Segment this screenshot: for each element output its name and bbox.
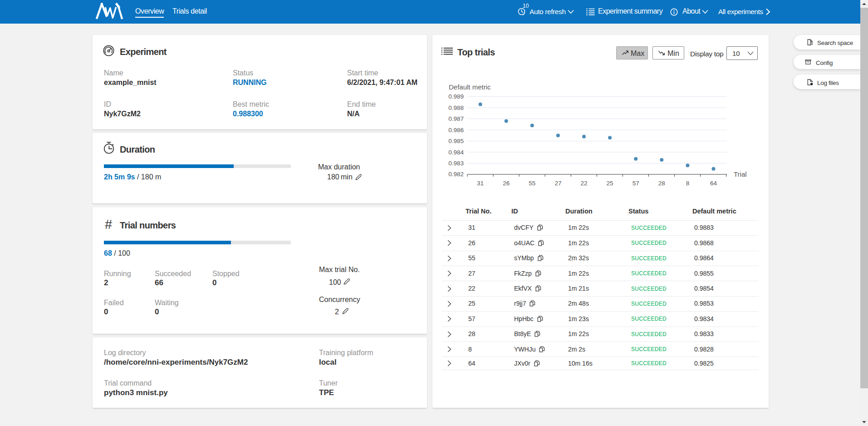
svg-text:28: 28 — [658, 180, 665, 187]
svg-text:0.989: 0.989 — [448, 93, 464, 100]
svg-text:31: 31 — [477, 180, 484, 187]
svg-text:8: 8 — [686, 180, 690, 187]
svg-text:0.985: 0.985 — [448, 138, 464, 144]
svg-text:0.988: 0.988 — [448, 104, 464, 111]
svg-text:0.982: 0.982 — [448, 171, 464, 178]
svg-text:Trial: Trial — [734, 170, 747, 178]
svg-text:55: 55 — [529, 180, 535, 187]
svg-text:0.983: 0.983 — [448, 160, 464, 167]
svg-text:27: 27 — [554, 180, 561, 187]
svg-text:0.987: 0.987 — [448, 115, 464, 122]
svg-text:22: 22 — [580, 180, 587, 187]
svg-text:25: 25 — [607, 180, 613, 187]
svg-text:Default metric: Default metric — [449, 83, 491, 91]
svg-text:57: 57 — [633, 180, 639, 187]
svg-text:0.986: 0.986 — [448, 127, 464, 134]
svg-text:26: 26 — [503, 180, 510, 187]
svg-text:0.984: 0.984 — [448, 149, 464, 156]
svg-text:64: 64 — [710, 180, 717, 187]
